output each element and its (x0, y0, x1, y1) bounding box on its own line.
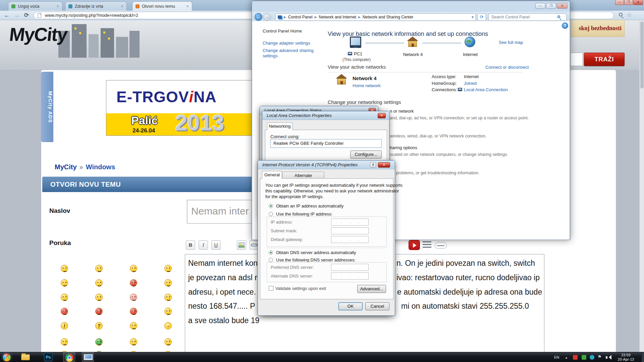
url-text[interactable]: www.mycity.rs/posting.php?mode=newtopic&… (45, 13, 138, 18)
smiley-mad[interactable] (61, 308, 68, 315)
crumb-dropdown-icon[interactable]: ▾ (472, 15, 474, 19)
smiley-eek[interactable] (61, 279, 68, 287)
smiley-arrow[interactable]: → (164, 322, 172, 329)
connect-or-disconnect-link[interactable]: Connect or disconnect (485, 65, 529, 70)
breadcrumb-current-link[interactable]: Windows (86, 163, 115, 171)
cp-search-input[interactable]: Search Control Panel (488, 13, 567, 21)
crumb-control-panel[interactable]: Control Panel (288, 15, 313, 19)
mycity-ads-tab[interactable]: MyCity ADS (41, 72, 53, 142)
taskbar-clock[interactable]: 23:5920-Apr-13 (612, 353, 639, 362)
side-ad-banner[interactable]: skoj bezbednosti (571, 20, 625, 37)
subnet-mask-field[interactable]: . . . (331, 227, 369, 234)
site-search-button[interactable]: TRAŽI (584, 53, 625, 66)
configure-button[interactable]: Configure... (350, 150, 382, 159)
forward-icon[interactable]: → (14, 12, 20, 19)
smiley-neutral[interactable] (95, 294, 103, 301)
zoom-magnifier-icon[interactable] (619, 13, 623, 16)
bold-button[interactable]: B (186, 240, 195, 250)
homegroup-joined-link[interactable]: Joined (464, 81, 477, 86)
smiley-happy[interactable] (95, 279, 103, 287)
advanced-button[interactable]: Advanced... (357, 285, 386, 293)
start-button[interactable] (2, 353, 11, 362)
scrollbar-thumb[interactable] (640, 21, 644, 88)
radio-use-ip[interactable] (269, 212, 273, 216)
crumb-network-and-internet[interactable]: Network and Internet (319, 15, 356, 19)
browser-close-button[interactable]: ✕ (633, 0, 643, 5)
sidebar-change-adapter-settings[interactable]: Change adapter settings (263, 41, 310, 46)
show-desktop-button[interactable] (641, 352, 644, 362)
radio-obtain-ip[interactable] (269, 204, 273, 208)
italic-button[interactable]: I (199, 240, 208, 250)
tray-flag-icon[interactable]: ⚑ (598, 355, 602, 359)
taskbar-photoshop[interactable]: Ps (42, 352, 54, 362)
browser-minimize-button[interactable]: — (615, 0, 624, 5)
smiley-smile[interactable] (95, 265, 103, 272)
crumb-network-sharing-center[interactable]: Network and Sharing Center (363, 15, 413, 19)
horizontal-rule-button[interactable] (435, 242, 447, 249)
smiley-cool[interactable] (164, 308, 172, 315)
cp-close-button[interactable]: ✕ (557, 3, 568, 9)
preferred-dns-field[interactable]: . . . (331, 264, 369, 271)
youtube-embed-button[interactable] (409, 240, 420, 250)
browser-tab-uzgoj-voca[interactable]: Uzgoj voća × (8, 1, 62, 11)
ip-address-field[interactable]: . . . (331, 219, 369, 226)
browser-tab-zdravlje[interactable]: Zdravlje iz vrta × (65, 1, 127, 11)
local-area-connection-link[interactable]: Local Area Connection (464, 87, 508, 92)
radio-use-ip-label[interactable]: Use the following IP address: (276, 212, 332, 217)
browser-tab-otvori-novu-temu[interactable]: Otvori novu temu × (132, 1, 192, 11)
taskbar-explorer[interactable] (19, 352, 32, 362)
refresh-icon[interactable]: ⟳ (24, 12, 29, 19)
smiley-idea[interactable] (130, 322, 137, 329)
close-icon[interactable]: ✕ (378, 113, 386, 118)
cp-refresh-button[interactable]: ⟳ (477, 13, 486, 21)
radio-use-dns[interactable] (269, 258, 273, 262)
task-fragment-new-connection[interactable]: n or network (390, 109, 414, 114)
tray-expand-icon[interactable]: ▲ (565, 355, 568, 360)
insert-image-button[interactable] (237, 240, 246, 250)
alternate-dns-field[interactable]: . . . (331, 273, 369, 280)
task-fragment-sharing-options[interactable]: haring options (390, 145, 417, 150)
smiley-love[interactable] (130, 308, 137, 315)
ok-button[interactable]: OK (338, 302, 363, 310)
cp-forward-button[interactable]: → (263, 13, 271, 21)
smiley-laugh[interactable] (164, 265, 172, 272)
radio-obtain-dns-label[interactable]: Obtain DNS server address automatically (276, 250, 356, 255)
smiley-blush[interactable] (130, 294, 137, 301)
smiley-smile2[interactable] (61, 338, 68, 346)
volume-icon[interactable] (606, 355, 611, 360)
tab-alternate-configuration[interactable]: Alternate Configuration (282, 172, 324, 179)
tray-icon-green[interactable] (582, 355, 586, 360)
validate-checkbox[interactable] (269, 286, 273, 291)
tab-networking[interactable]: Networking (267, 122, 292, 130)
cp-minimize-button[interactable]: — (535, 3, 545, 9)
smiley-exclaim[interactable]: ! (61, 322, 68, 329)
smiley-rolleyes[interactable] (164, 338, 172, 346)
tray-icon-red[interactable] (573, 355, 578, 360)
bookmark-star-icon[interactable]: ☆ (627, 11, 632, 18)
home-network-link[interactable]: Home network (353, 83, 381, 88)
taskbar-screenshot-tool[interactable] (82, 352, 94, 362)
tray-icon-teal[interactable] (590, 355, 594, 360)
taskbar-chrome[interactable] (63, 352, 75, 362)
smiley-kiss[interactable] (130, 279, 137, 287)
internet-globe-icon[interactable] (465, 37, 475, 47)
smiley-question[interactable]: ? (95, 322, 103, 329)
cp-maximize-button[interactable]: ❐ (546, 3, 556, 9)
radio-use-dns-label[interactable]: Use the following DNS server addresses: (276, 257, 356, 262)
default-gateway-field[interactable]: . . . (331, 236, 369, 243)
tab-close-icon[interactable]: × (56, 4, 59, 8)
smiley-grin[interactable] (61, 265, 68, 272)
cp-breadcrumb-bar[interactable]: ▶ Control Panel ▶ Network and Internet ▶… (275, 13, 476, 21)
tab-close-icon[interactable]: × (186, 4, 189, 8)
smiley-alien[interactable] (95, 338, 103, 346)
close-icon[interactable]: ✕ (378, 162, 390, 168)
tab-close-icon[interactable]: × (121, 4, 123, 8)
help-icon[interactable]: ? (370, 162, 376, 168)
validate-checkbox-label[interactable]: Validate settings upon exit (275, 286, 326, 291)
smiley-lol[interactable] (164, 279, 172, 287)
site-search-input[interactable] (570, 53, 583, 66)
smiley-twisted[interactable] (95, 308, 103, 315)
sidebar-change-advanced-sharing[interactable]: Change advanced sharing settings (263, 48, 316, 59)
site-logo[interactable]: MyCity (8, 23, 68, 45)
smiley-wink[interactable] (164, 294, 172, 301)
